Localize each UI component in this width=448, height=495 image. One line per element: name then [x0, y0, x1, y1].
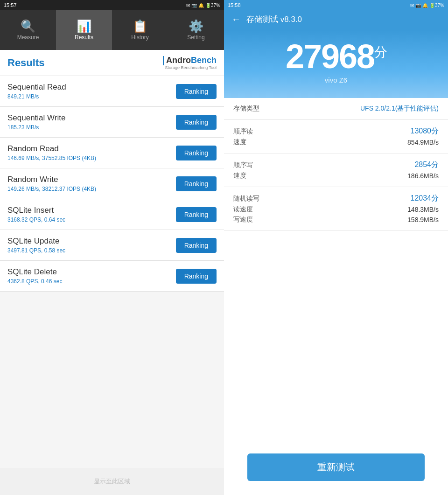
ranking-btn-rand-write[interactable]: Ranking: [176, 176, 217, 191]
random-write-value: 158.9MB/s: [407, 216, 439, 223]
androbench-logo: AndroBench Storage Benchmarking Tool: [163, 56, 217, 70]
right-panel: 15:58 ✉ 📷 🔔 🔋37% ← 存储测试 v8.3.0 27968分 vi…: [224, 0, 448, 495]
detail-storage-type: 存储类型 UFS 2.0/2.1(基于性能评估): [224, 98, 448, 120]
ranking-btn-seq-write[interactable]: Ranking: [176, 115, 217, 130]
wifi-icon-right: 📷: [415, 3, 421, 8]
bench-name-rand-read: Random Read: [7, 144, 96, 153]
tab-measure[interactable]: 🔍 Measure: [0, 10, 56, 50]
seq-read-score: 13080分: [411, 126, 439, 136]
left-panel: 15:57 ✉ 📷 🔔 🔋37% 🔍 Measure 📊 Results 📋 H…: [0, 0, 224, 495]
top-bar-title: 存储测试 v8.3.0: [246, 14, 302, 25]
random-read-value: 148.3MB/s: [407, 206, 439, 213]
bench-detail-sqlite-insert: 3168.32 QPS, 0.64 sec: [7, 216, 65, 223]
benchmark-random-read: Random Read 146.69 MB/s, 37552.85 IOPS (…: [0, 138, 224, 168]
battery-right: 🔋37%: [429, 3, 444, 8]
benchmark-list: Sequential Read 849.21 MB/s Ranking Sequ…: [0, 76, 224, 468]
results-header: Results AndroBench Storage Benchmarking …: [0, 50, 224, 76]
tab-history[interactable]: 📋 History: [112, 10, 168, 50]
tab-history-label: History: [131, 34, 148, 41]
benchmark-sqlite-insert-info: SQLite Insert 3168.32 QPS, 0.64 sec: [7, 206, 65, 223]
ranking-btn-sqlite-delete[interactable]: Ranking: [176, 269, 217, 284]
ranking-btn-sqlite-update[interactable]: Ranking: [176, 238, 217, 253]
bench-detail-rand-write: 149.26 MB/s, 38212.37 IOPS (4KB): [7, 186, 96, 192]
detail-random-write-speed-row: 写速度 158.9MB/s: [233, 216, 439, 224]
bench-name-seq-read: Sequential Read: [7, 83, 66, 92]
bottom-area-right: 重新测试: [224, 444, 448, 495]
logo-tagline: Storage Benchmarking Tool: [165, 65, 217, 70]
benchmark-sqlite-delete: SQLite Delete 4362.8 QPS, 0.46 sec Ranki…: [0, 261, 224, 292]
bench-name-rand-write: Random Write: [7, 175, 96, 184]
tab-measure-label: Measure: [17, 34, 39, 41]
random-rw-title: 随机读写: [233, 195, 259, 203]
detail-seq-write-score-row: 顺序写 2854分: [233, 160, 439, 170]
benchmark-random-write: Random Write 149.26 MB/s, 38212.37 IOPS …: [0, 168, 224, 199]
benchmark-sqlite-insert: SQLite Insert 3168.32 QPS, 0.64 sec Rank…: [0, 199, 224, 230]
device-name: vivo Z6: [231, 76, 441, 84]
signal-icon-right: ✉: [410, 3, 414, 8]
detail-seq-write: 顺序写 2854分 速度 186.6MB/s: [224, 153, 448, 187]
detail-random-rw: 随机读写 12034分 读速度 148.3MB/s 写速度 158.9MB/s: [224, 187, 448, 231]
random-read-label: 读速度: [233, 205, 253, 214]
time-left: 15:57: [4, 2, 17, 8]
bench-name-sqlite-insert: SQLite Insert: [7, 206, 65, 215]
nav-tabs: 🔍 Measure 📊 Results 📋 History ⚙️ Setting: [0, 10, 224, 50]
bottom-text-left: 显示至此区域: [0, 468, 224, 495]
signal-icon: ✉: [186, 3, 190, 8]
status-bar-left: 15:57 ✉ 📷 🔔 🔋37%: [0, 0, 224, 10]
benchmark-sequential-write-info: Sequential Write 185.23 MB/s: [7, 113, 65, 131]
seq-read-speed-label: 速度: [233, 138, 246, 146]
results-icon: 📊: [77, 20, 91, 32]
benchmark-sqlite-update: SQLite Update 3497.81 QPS, 0.58 sec Rank…: [0, 230, 224, 261]
random-rw-score: 12034分: [411, 194, 439, 203]
score-display: 27968分: [231, 40, 441, 73]
history-icon: 📋: [133, 20, 147, 32]
status-icons-right: ✉ 📷 🔔 🔋37%: [410, 3, 444, 8]
random-write-label: 写速度: [233, 216, 253, 224]
setting-icon: ⚙️: [189, 20, 203, 32]
status-icons-left: ✉ 📷 🔔 🔋37%: [186, 3, 220, 8]
back-arrow-icon[interactable]: ←: [231, 14, 241, 25]
seq-write-speed-value: 186.6MB/s: [407, 172, 439, 180]
detail-seq-read: 顺序读 13080分 速度 854.9MB/s: [224, 120, 448, 153]
bench-name-seq-write: Sequential Write: [7, 113, 65, 123]
storage-type-value: UFS 2.0/2.1(基于性能评估): [360, 105, 439, 113]
top-bar-right: ← 存储测试 v8.3.0: [224, 10, 448, 30]
tab-results-label: Results: [75, 34, 93, 41]
detail-seq-read-score-row: 顺序读 13080分: [233, 126, 439, 136]
seq-read-speed-value: 854.9MB/s: [407, 139, 439, 146]
time-right: 15:58: [228, 2, 241, 8]
vol-icon: 🔔: [198, 3, 204, 8]
logo-text: AndroBench: [166, 56, 217, 65]
benchmark-sqlite-update-info: SQLite Update 3497.81 QPS, 0.58 sec: [7, 237, 65, 254]
detail-random-rw-score-row: 随机读写 12034分: [233, 194, 439, 203]
seq-read-title: 顺序读: [233, 127, 253, 136]
seq-write-score: 2854分: [414, 160, 439, 170]
wifi-icon: 📷: [191, 3, 197, 8]
detail-seq-read-speed-row: 速度 854.9MB/s: [233, 138, 439, 146]
battery-left: 🔋37%: [205, 3, 220, 8]
tab-results[interactable]: 📊 Results: [56, 10, 112, 50]
vol-icon-right: 🔔: [422, 3, 428, 8]
detail-seq-write-speed-row: 速度 186.6MB/s: [233, 172, 439, 180]
ranking-btn-sqlite-insert[interactable]: Ranking: [176, 207, 217, 222]
details-section: 存储类型 UFS 2.0/2.1(基于性能评估) 顺序读 13080分 速度 8…: [224, 98, 448, 444]
benchmark-sqlite-delete-info: SQLite Delete 4362.8 QPS, 0.46 sec: [7, 267, 62, 285]
bench-name-sqlite-update: SQLite Update: [7, 237, 65, 246]
storage-type-label: 存储类型: [233, 105, 259, 113]
seq-write-title: 顺序写: [233, 161, 253, 169]
logo-bar: [163, 56, 164, 65]
benchmark-sequential-write: Sequential Write 185.23 MB/s Ranking: [0, 107, 224, 138]
results-title: Results: [7, 57, 44, 69]
ranking-btn-rand-read[interactable]: Ranking: [176, 146, 217, 160]
retest-button[interactable]: 重新测试: [247, 453, 425, 481]
score-section: 27968分 vivo Z6: [224, 30, 448, 98]
tab-setting-label: Setting: [187, 34, 204, 41]
tab-setting[interactable]: ⚙️ Setting: [168, 10, 224, 50]
bench-name-sqlite-delete: SQLite Delete: [7, 267, 62, 277]
ranking-btn-seq-read[interactable]: Ranking: [176, 84, 217, 99]
measure-icon: 🔍: [21, 20, 35, 32]
benchmark-sequential-read: Sequential Read 849.21 MB/s Ranking: [0, 76, 224, 107]
benchmark-random-write-info: Random Write 149.26 MB/s, 38212.37 IOPS …: [7, 175, 96, 192]
status-bar-right: 15:58 ✉ 📷 🔔 🔋37%: [224, 0, 448, 10]
bench-detail-sqlite-update: 3497.81 QPS, 0.58 sec: [7, 247, 65, 254]
